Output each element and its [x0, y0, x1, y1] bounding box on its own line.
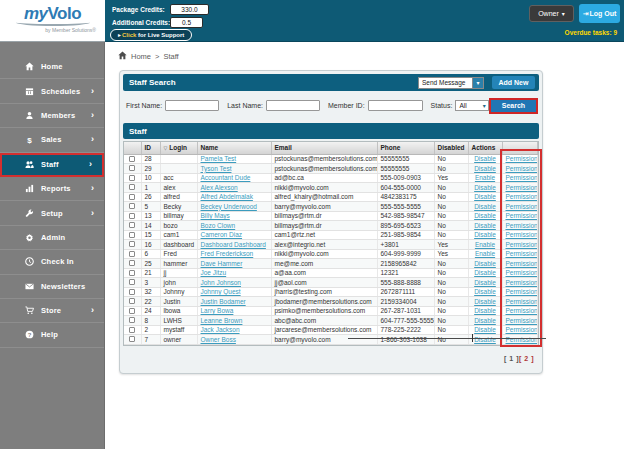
- permissions-link[interactable]: Permissions: [506, 193, 538, 200]
- sidebar-item-admin[interactable]: Admin: [0, 226, 104, 250]
- permissions-link[interactable]: Permissions: [506, 203, 538, 210]
- row-checkbox[interactable]: [129, 175, 135, 181]
- row-checkbox[interactable]: [129, 194, 135, 200]
- owner-dropdown[interactable]: Owner: [529, 5, 574, 22]
- staff-name-link[interactable]: Tyson Test: [201, 165, 232, 172]
- search-button[interactable]: Search: [489, 98, 538, 114]
- row-checkbox[interactable]: [129, 289, 135, 295]
- permissions-link[interactable]: Permissions: [506, 184, 538, 191]
- column-header-phone[interactable]: Phone: [377, 142, 434, 154]
- sidebar-item-setup[interactable]: Setup›: [0, 201, 104, 225]
- disable-link[interactable]: Disable: [474, 222, 496, 229]
- staff-name-link[interactable]: Cameron Diaz: [201, 231, 243, 238]
- row-checkbox[interactable]: [129, 260, 135, 266]
- row-checkbox[interactable]: [129, 203, 135, 209]
- disable-link[interactable]: Disable: [474, 298, 496, 305]
- sidebar-item-newsletters[interactable]: Newsletters: [0, 275, 104, 299]
- live-support-button[interactable]: Click for Live Support: [110, 29, 192, 41]
- disable-link[interactable]: Disable: [474, 165, 496, 172]
- disable-link[interactable]: Disable: [474, 203, 496, 210]
- row-checkbox[interactable]: [129, 156, 135, 162]
- staff-name-link[interactable]: Dashboard Dashboard: [201, 241, 266, 248]
- row-checkbox[interactable]: [129, 222, 135, 228]
- column-header-email[interactable]: Email: [271, 142, 377, 154]
- permissions-link[interactable]: Permissions: [506, 165, 538, 172]
- row-checkbox[interactable]: [129, 213, 135, 219]
- add-new-button[interactable]: Add New: [492, 76, 535, 89]
- column-header-disabled[interactable]: Disabled: [434, 142, 468, 154]
- column-header-name[interactable]: Name: [197, 142, 271, 154]
- disable-link[interactable]: Disable: [474, 279, 496, 286]
- permissions-link[interactable]: Permissions: [506, 250, 538, 257]
- permissions-link[interactable]: Permissions: [506, 212, 538, 219]
- status-select[interactable]: All: [455, 100, 488, 111]
- member-id-input[interactable]: [368, 100, 423, 111]
- disable-link[interactable]: Disable: [474, 269, 496, 276]
- staff-name-link[interactable]: Beckey Underwood: [201, 203, 257, 210]
- permissions-link[interactable]: Permissions: [506, 317, 538, 324]
- send-message-select[interactable]: Send Message: [418, 77, 484, 89]
- disable-link[interactable]: Disable: [474, 184, 496, 191]
- column-header-actions[interactable]: Actions: [468, 142, 502, 154]
- permissions-link[interactable]: Permissions: [506, 288, 538, 295]
- last-name-input[interactable]: [266, 100, 320, 111]
- staff-name-link[interactable]: Leanne Brown: [201, 317, 243, 324]
- overdue-tasks-badge[interactable]: Overdue tasks: 9: [565, 29, 617, 36]
- disable-link[interactable]: Disable: [474, 260, 496, 267]
- sidebar-item-home[interactable]: Home: [0, 55, 104, 79]
- row-checkbox[interactable]: [129, 232, 135, 238]
- permissions-link[interactable]: Permissions: [506, 326, 538, 333]
- permissions-link[interactable]: Permissions: [506, 279, 538, 286]
- pagination-page-1[interactable]: [ 1 ]: [504, 355, 519, 362]
- disable-link[interactable]: Disable: [474, 288, 496, 295]
- disable-link[interactable]: Disable: [474, 317, 496, 324]
- disable-link[interactable]: Disable: [474, 193, 496, 200]
- sidebar-item-sales[interactable]: $Sales›: [0, 128, 104, 152]
- breadcrumb-home[interactable]: Home: [131, 52, 151, 61]
- row-checkbox[interactable]: [129, 251, 135, 257]
- staff-name-link[interactable]: Alex Alexson: [201, 184, 238, 191]
- staff-name-link[interactable]: Accountant Dude: [201, 174, 251, 181]
- disable-link[interactable]: Disable: [474, 336, 496, 343]
- sidebar-item-staff[interactable]: Staff›: [0, 153, 104, 177]
- staff-name-link[interactable]: Dave Hammer: [201, 260, 243, 267]
- permissions-link[interactable]: Permissions: [506, 336, 538, 343]
- staff-name-link[interactable]: Pamela Test: [201, 155, 237, 162]
- enable-link[interactable]: Enable: [475, 241, 495, 248]
- permissions-link[interactable]: Permissions: [506, 155, 538, 162]
- permissions-link[interactable]: Permissions: [506, 231, 538, 238]
- row-checkbox[interactable]: [129, 308, 135, 314]
- permissions-link[interactable]: Permissions: [506, 174, 538, 181]
- row-checkbox[interactable]: [129, 298, 135, 304]
- disable-link[interactable]: Disable: [474, 231, 496, 238]
- permissions-link[interactable]: Permissions: [506, 222, 538, 229]
- staff-name-link[interactable]: Larry Bowa: [201, 307, 234, 314]
- row-checkbox[interactable]: [129, 279, 135, 285]
- staff-name-link[interactable]: Fred Frederickson: [201, 250, 254, 257]
- sidebar-item-reports[interactable]: Reports›: [0, 177, 104, 201]
- row-checkbox[interactable]: [129, 336, 135, 342]
- sidebar-item-members[interactable]: Members›: [0, 104, 104, 128]
- logout-button[interactable]: Log Out: [579, 4, 620, 23]
- sidebar-item-store[interactable]: Store›: [0, 299, 104, 323]
- disable-link[interactable]: Disable: [474, 155, 496, 162]
- permissions-link[interactable]: Permissions: [506, 298, 538, 305]
- additional-credits-value[interactable]: 0.5: [170, 17, 203, 28]
- column-header-id[interactable]: ID: [141, 142, 160, 154]
- row-checkbox[interactable]: [129, 327, 135, 333]
- row-checkbox[interactable]: [129, 241, 135, 247]
- staff-name-link[interactable]: Bozo Clown: [201, 222, 236, 229]
- staff-name-link[interactable]: Johnny Quest: [201, 288, 241, 295]
- staff-name-link[interactable]: Billy Mays: [201, 212, 230, 219]
- sidebar-item-check-in[interactable]: Check In: [0, 250, 104, 274]
- package-credits-value[interactable]: 330.0: [170, 4, 209, 15]
- permissions-link[interactable]: Permissions: [506, 269, 538, 276]
- first-name-input[interactable]: [165, 100, 219, 111]
- row-checkbox[interactable]: [129, 165, 135, 171]
- logo[interactable]: myVolo by Member Solutions®: [0, 0, 105, 42]
- sidebar-item-help[interactable]: ?Help: [0, 323, 104, 347]
- staff-name-link[interactable]: Jack Jackson: [201, 326, 240, 333]
- disable-link[interactable]: Disable: [474, 212, 496, 219]
- staff-name-link[interactable]: Joe Jitzu: [201, 269, 227, 276]
- sidebar-item-schedules[interactable]: Schedules›: [0, 79, 104, 103]
